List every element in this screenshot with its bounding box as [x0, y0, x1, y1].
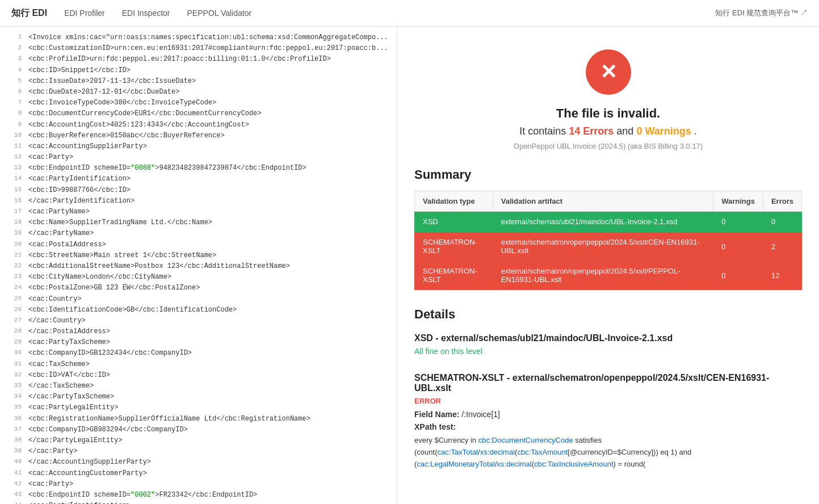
- nav-edi-profiler[interactable]: EDI Profiler: [64, 9, 105, 18]
- line-number: 38: [6, 435, 22, 446]
- line-content: <cbc:EndpointID schemeID="0002">FR23342<…: [28, 490, 257, 501]
- status-meta: OpenPeppol UBL Invoice (2024.5) (aka BIS…: [414, 142, 802, 150]
- line-content: </cac:Country>: [28, 316, 86, 326]
- line-number: 36: [6, 414, 22, 425]
- line-content: <cbc:IssueDate>2017-11-13</cbc:IssueDate…: [28, 76, 196, 87]
- line-number: 40: [6, 457, 22, 468]
- schematron-heading: SCHEMATRON-XSLT - external/schematron/op…: [414, 373, 802, 393]
- status-section: ✕ The file is invalid. It contains 14 Er…: [414, 38, 802, 167]
- line-content: <cbc:PostalZone>GB 123 EW</cbc:PostalZon…: [28, 283, 200, 293]
- header: 知行 EDI EDI Profiler EDI Inspector PEPPOL…: [0, 0, 819, 27]
- error-label: ERROR: [414, 397, 802, 405]
- line-content: <cbc:BuyerReference>0150abc</cbc:BuyerRe…: [28, 131, 225, 141]
- field-name-value: /:Invoice[1]: [461, 410, 500, 419]
- summary-cell-warnings: 0: [713, 212, 763, 232]
- errors-count: 14 Errors: [569, 125, 614, 137]
- line-content: <cbc:DocumentCurrencyCode>EUR1</cbc:Docu…: [28, 108, 261, 119]
- line-number: 19: [6, 228, 22, 239]
- error-circle: ✕: [586, 49, 631, 95]
- code-line: 32 <cbc:ID>VAT</cbc:ID>: [0, 370, 397, 381]
- code-line: 19 </cac:PartyName>: [0, 228, 397, 239]
- code-panel[interactable]: 1<Invoice xmlns:cac="urn:oasis:names:spe…: [0, 27, 397, 504]
- line-number: 29: [6, 337, 22, 348]
- line-number: 26: [6, 305, 22, 316]
- code-line: 21 <cbc:StreetName>Main street 1</cbc:St…: [0, 250, 397, 261]
- line-content: <cbc:ProfileID>urn:fdc:peppol.eu:2017:po…: [28, 54, 331, 65]
- code-line: 30 <cbc:CompanyID>GB1232434</cbc:Company…: [0, 348, 397, 359]
- summary-title: Summary: [414, 167, 802, 182]
- line-number: 9: [6, 120, 22, 131]
- line-content: <cac:TaxScheme>: [28, 359, 90, 370]
- line-number: 33: [6, 381, 22, 392]
- line-number: 18: [6, 217, 22, 228]
- line-number: 3: [6, 54, 22, 65]
- line-content: <cbc:StreetName>Main street 1</cbc:Stree…: [28, 250, 216, 261]
- error-x-icon: ✕: [600, 62, 617, 82]
- details-section: Details XSD - external/schemas/ubl21/mai…: [414, 307, 802, 470]
- code-line: 41 <cac:AccountingCustomerParty>: [0, 468, 397, 479]
- line-content: <cac:PartyIdentification>: [28, 501, 131, 504]
- line-number: 37: [6, 425, 22, 435]
- line-number: 2: [6, 43, 22, 54]
- line-content: <cac:PartyIdentification>: [28, 174, 131, 184]
- line-number: 14: [6, 174, 22, 184]
- col-warnings: Warnings: [713, 191, 763, 212]
- code-line: 14 <cac:PartyIdentification>: [0, 174, 397, 184]
- summary-row: XSDexternal/schemas/ubl21/maindoc/UBL-In…: [415, 212, 802, 232]
- summary-cell-warnings: 0: [713, 232, 763, 261]
- line-content: <cac:PartyTaxScheme>: [28, 337, 110, 348]
- line-content: <cbc:Name>SupplierTradingName Ltd.</cbc:…: [28, 217, 212, 228]
- line-number: 32: [6, 370, 22, 381]
- line-content: <cbc:CompanyID>GB1232434</cbc:CompanyID>: [28, 348, 192, 359]
- line-content: </cac:AccountingSupplierParty>: [28, 457, 151, 468]
- code-line: 26 <cbc:IdentificationCode>GB</cbc:Ident…: [0, 305, 397, 316]
- code-line: 8 <cbc:DocumentCurrencyCode>EUR1</cbc:Do…: [0, 108, 397, 119]
- nav-edi-inspector[interactable]: EDI Inspector: [122, 9, 170, 18]
- code-line: 43 <cbc:EndpointID schemeID="0002">FR233…: [0, 490, 397, 501]
- main-container: 1<Invoice xmlns:cac="urn:oasis:names:spe…: [0, 27, 819, 504]
- status-mid: and: [614, 125, 636, 137]
- summary-cell-warnings: 0: [713, 261, 763, 290]
- line-number: 7: [6, 98, 22, 108]
- status-post: .: [691, 125, 697, 137]
- line-number: 12: [6, 152, 22, 163]
- line-number: 21: [6, 250, 22, 261]
- line-content: <cbc:IdentificationCode>GB</cbc:Identifi…: [28, 305, 237, 316]
- line-content: <cac:AccountingCustomerParty>: [28, 468, 147, 479]
- code-line: 10 <cbc:BuyerReference>0150abc</cbc:Buye…: [0, 131, 397, 141]
- code-line: 37 <cbc:CompanyID>GB983294</cbc:CompanyI…: [0, 425, 397, 435]
- line-content: <cbc:ID>VAT</cbc:ID>: [28, 370, 110, 381]
- code-line: 22 <cbc:AdditionalStreetName>Postbox 123…: [0, 261, 397, 272]
- code-line: 38 </cac:PartyLegalEntity>: [0, 435, 397, 446]
- code-line: 33 </cac:TaxScheme>: [0, 381, 397, 392]
- line-number: 44: [6, 501, 22, 504]
- xpath-value: every $Currency in cbc:DocumentCurrencyC…: [414, 435, 802, 470]
- line-number: 4: [6, 65, 22, 76]
- code-line: 35 <cac:PartyLegalEntity>: [0, 402, 397, 413]
- line-content: <cbc:AdditionalStreetName>Postbox 123</c…: [28, 261, 290, 272]
- line-content: <cbc:InvoiceTypeCode>380</cbc:InvoiceTyp…: [28, 98, 216, 108]
- summary-cell-type: XSD: [415, 212, 493, 232]
- code-line: 2 <cbc:CustomizationID>urn:cen.eu:en1693…: [0, 43, 397, 54]
- header-right-link[interactable]: 知行 EDI 规范查询平台™ ↗: [715, 8, 808, 18]
- line-number: 15: [6, 185, 22, 196]
- field-name: Field Name: /:Invoice[1]: [414, 410, 802, 419]
- code-line: 5 <cbc:IssueDate>2017-11-13</cbc:IssueDa…: [0, 76, 397, 87]
- line-content: <cac:AccountingSupplierParty>: [28, 141, 147, 152]
- code-line: 44 <cac:PartyIdentification>: [0, 501, 397, 504]
- line-content: <cbc:RegistrationName>SupplierOfficialNa…: [28, 414, 310, 425]
- line-number: 23: [6, 272, 22, 283]
- line-content: <cac:PartyLegalEntity>: [28, 402, 118, 413]
- summary-cell-errors: 2: [763, 232, 801, 261]
- code-line: 3 <cbc:ProfileID>urn:fdc:peppol.eu:2017:…: [0, 54, 397, 65]
- line-content: <cac:Party>: [28, 479, 73, 490]
- status-title: The file is invalid.: [414, 106, 802, 121]
- line-content: </cac:PartyName>: [28, 228, 94, 239]
- line-number: 10: [6, 131, 22, 141]
- line-content: <cac:PostalAddress>: [28, 240, 106, 250]
- summary-cell-type: SCHEMATRON-XSLT: [415, 261, 493, 290]
- line-content: <cbc:CityName>London</cbc:CityName>: [28, 272, 171, 283]
- col-validation-type: Validation type: [415, 191, 493, 212]
- nav-peppol-validator[interactable]: PEPPOL Validator: [187, 9, 252, 18]
- line-number: 30: [6, 348, 22, 359]
